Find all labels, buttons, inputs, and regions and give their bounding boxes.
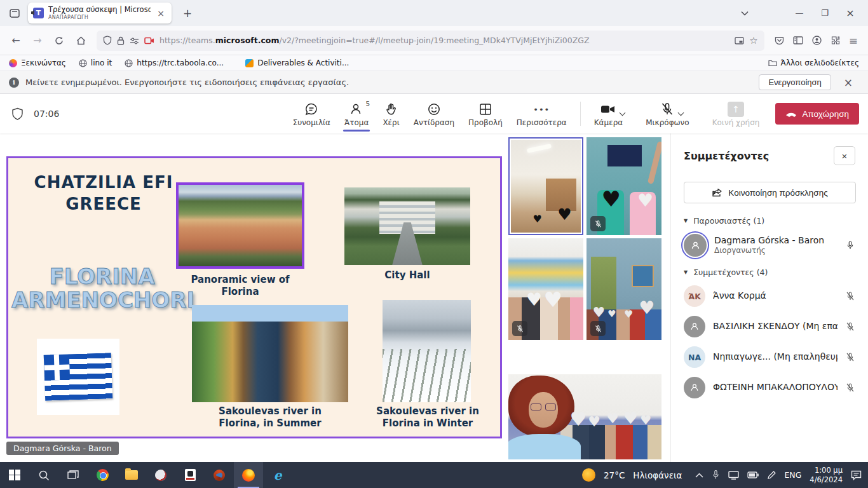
taskbar-chrome[interactable] xyxy=(88,462,117,488)
tab-playing-label: ΑΝΑΠΑΡΑΓΩΓΗ xyxy=(48,15,151,20)
participant-name: Dagmara Górska - Baron xyxy=(714,235,837,247)
other-bookmarks-folder[interactable]: Άλλοι σελιδοδείκτες xyxy=(768,58,859,67)
video-tile-classroom-1[interactable]: ♥ ♥ xyxy=(508,137,583,235)
window-close-button[interactable]: × xyxy=(837,7,863,19)
account-icon[interactable] xyxy=(812,36,822,45)
menu-icon[interactable]: ≡ xyxy=(849,34,858,47)
avatar-initials: ΆΚ xyxy=(684,285,705,307)
view-control[interactable]: Προβολή xyxy=(461,98,510,130)
bookmark-star-icon[interactable]: ☆ xyxy=(749,35,757,46)
action-center-icon[interactable] xyxy=(851,470,862,480)
mic-on-icon[interactable] xyxy=(845,240,855,251)
internet-explorer-icon: e xyxy=(274,468,282,483)
taskbar-app-5[interactable] xyxy=(146,462,175,488)
tracking-shield-icon[interactable] xyxy=(103,36,112,45)
camera-in-use-icon[interactable] xyxy=(144,37,154,44)
teacher-figure xyxy=(508,376,580,459)
language-indicator[interactable]: ENG xyxy=(784,470,801,480)
picture-in-picture-icon[interactable] xyxy=(735,37,744,44)
taskbar-app-6[interactable] xyxy=(175,462,205,488)
participant-row-presenter[interactable]: Dagmara Górska - Baron Διοργανωτής xyxy=(671,229,868,261)
file-explorer-icon xyxy=(125,470,138,480)
panel-close-button[interactable]: × xyxy=(834,146,855,165)
weather-temp[interactable]: 27°C xyxy=(604,470,625,480)
url-text[interactable]: https://teams.microsoft.com/v2/?meetingj… xyxy=(159,36,729,45)
leave-button[interactable]: Αποχώρηση xyxy=(775,103,859,125)
share-control[interactable]: ↑ Κοινή χρήση xyxy=(705,98,767,130)
start-button[interactable] xyxy=(0,462,29,488)
task-view-button[interactable] xyxy=(58,462,88,488)
video-tile-classroom-3[interactable]: ♥ ♥ xyxy=(508,238,583,340)
participant-row[interactable]: ΆΚ Άννα Κορμά xyxy=(671,281,868,311)
participant-row[interactable]: ΦΩΤΕΙΝΗ ΜΠΑΚΑΛΟΠΟΥΛΟΥ xyxy=(671,372,868,403)
mic-muted-icon[interactable] xyxy=(845,351,855,363)
back-button[interactable]: ← xyxy=(6,31,25,50)
photo-panoramic-florina xyxy=(176,182,304,269)
camera-control[interactable]: Κάμερα xyxy=(587,98,630,130)
avatar xyxy=(684,377,705,398)
bookmark-item[interactable]: Deliverables & Activiti... xyxy=(245,58,349,67)
attendees-section-header[interactable]: ▼ Συμμετέχοντες (4) xyxy=(671,261,868,281)
extensions-icon[interactable] xyxy=(831,36,840,45)
microphone-control[interactable]: Μικρόφωνο xyxy=(639,98,696,130)
camera-options-chevron[interactable] xyxy=(620,110,626,116)
new-tab-button[interactable]: + xyxy=(178,7,197,20)
tab-audio-speaker-icon xyxy=(31,10,37,16)
participant-name: Άννα Κορμά xyxy=(713,290,837,302)
video-tile-teacher[interactable]: ♥ ♥ ♥ ♥ ♥ xyxy=(508,374,661,459)
screen: T Τρέχουσα σύσκεψη | Microsoft ΑΝΑΠΑΡΑΓΩ… xyxy=(0,0,868,488)
sidebar-toggle-icon[interactable] xyxy=(793,36,803,44)
banner-close-icon[interactable]: × xyxy=(837,76,859,89)
battery-icon[interactable] xyxy=(747,471,759,478)
taskbar-firefox-active[interactable] xyxy=(234,462,263,488)
permissions-icon[interactable] xyxy=(130,37,139,44)
url-bar[interactable]: https://teams.microsoft.com/v2/?meetingj… xyxy=(97,30,764,51)
mic-options-chevron[interactable] xyxy=(678,110,684,116)
time: 1:00 μμ xyxy=(810,466,843,475)
enable-notifications-button[interactable]: Ενεργοποίηση xyxy=(759,74,831,90)
reload-button[interactable] xyxy=(50,31,69,50)
bookmark-item[interactable]: https://trc.taboola.co... xyxy=(125,58,224,67)
firefox-view-icon[interactable] xyxy=(5,4,24,22)
more-control[interactable]: ••• Περισσότερα xyxy=(510,98,574,130)
video-tile-classroom-4[interactable]: ♥ ♥ ♥ ♥ xyxy=(587,238,661,340)
lock-icon[interactable] xyxy=(117,36,125,45)
site-favicon xyxy=(245,59,254,67)
tray-mic-icon[interactable] xyxy=(712,470,720,480)
list-all-tabs-icon[interactable] xyxy=(732,11,757,16)
video-tile-classroom-2[interactable]: ♥ ♥ xyxy=(587,137,661,235)
participant-row[interactable]: ΒΑΣΙΛΙΚΗ ΣΚΕΝΔΟΥ (Μη επαληθ... xyxy=(671,311,868,342)
clock[interactable]: 1:00 μμ 4/6/2024 xyxy=(810,466,843,485)
raise-hand-control[interactable]: Χέρι xyxy=(376,98,406,130)
forward-button[interactable]: → xyxy=(28,31,47,50)
presenters-section-header[interactable]: ▼ Παρουσιαστές (1) xyxy=(671,210,868,229)
pocket-icon[interactable] xyxy=(775,36,784,45)
mic-muted-icon[interactable] xyxy=(845,382,855,393)
meeting-timer: 07:06 xyxy=(34,109,59,119)
mic-muted-icon[interactable] xyxy=(845,321,855,332)
tab-close-icon[interactable]: × xyxy=(155,8,166,18)
chat-control[interactable]: Συνομιλία xyxy=(286,98,337,130)
browser-tab[interactable]: T Τρέχουσα σύσκεψη | Microsoft ΑΝΑΠΑΡΑΓΩ… xyxy=(28,3,172,24)
weather-label[interactable]: Ηλιοφάνεια xyxy=(633,470,682,480)
pen-icon[interactable] xyxy=(767,471,776,480)
taskbar-file-explorer[interactable] xyxy=(117,462,146,488)
reaction-control[interactable]: Αντίδραση xyxy=(407,98,461,130)
home-button[interactable] xyxy=(71,31,90,50)
weather-sun-icon[interactable] xyxy=(582,468,595,482)
participant-row[interactable]: NA Νηπιαγωγε... (Μη επαληθευμένες) xyxy=(671,342,868,372)
share-invite-button[interactable]: Κοινοποίηση πρόσκλησης xyxy=(684,182,856,203)
window-minimize-button[interactable]: — xyxy=(787,8,812,18)
network-display-icon[interactable] xyxy=(728,471,739,480)
bookmark-item[interactable]: Ξεκινώντας xyxy=(9,58,66,67)
tray-chevron-up-icon[interactable] xyxy=(695,473,703,478)
mic-muted-icon[interactable] xyxy=(845,290,855,302)
meeting-stage: CHATZILIA EFI GREECE FLORINA ARMENOCHORI… xyxy=(0,133,868,462)
taskbar-app-7[interactable] xyxy=(205,462,234,488)
taskbar-internet-explorer[interactable]: e xyxy=(263,462,292,488)
share-screen-icon: ↑ xyxy=(728,102,744,117)
window-restore-button[interactable]: ❐ xyxy=(812,8,837,18)
taskbar-search-button[interactable] xyxy=(29,462,58,488)
bookmark-item[interactable]: lino it xyxy=(79,58,112,67)
people-control[interactable]: 5 Άτομα xyxy=(337,98,376,130)
